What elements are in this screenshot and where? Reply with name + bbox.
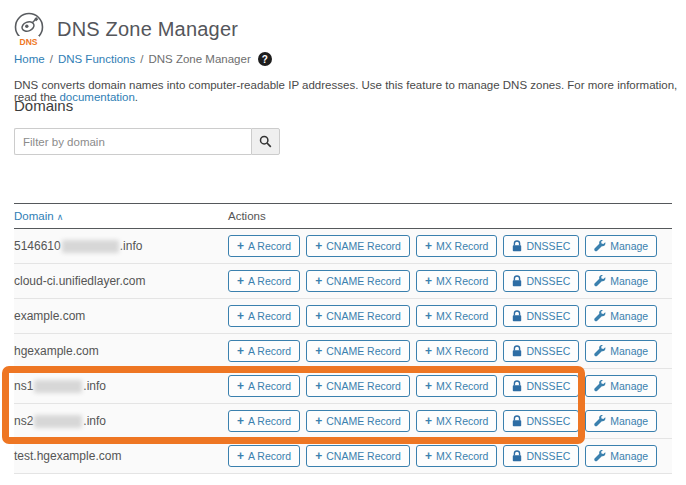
manage-button[interactable]: Manage [585, 270, 657, 292]
manage-button[interactable]: Manage [585, 445, 657, 467]
manage-button[interactable]: Manage [585, 305, 657, 327]
plus-icon: + [425, 415, 432, 427]
cname-record-button[interactable]: +CNAME Record [306, 445, 410, 467]
a-record-button[interactable]: +A Record [228, 270, 300, 292]
sort-by-domain-link[interactable]: Domain∧ [14, 210, 63, 222]
plus-icon: + [237, 310, 244, 322]
domain-prefix: 5146610 [14, 239, 61, 253]
domains-table: Domain∧ Actions 5146610.info +A Record+C… [14, 203, 672, 474]
a-record-button[interactable]: +A Record [228, 340, 300, 362]
dnssec-button[interactable]: DNSSEC [503, 340, 579, 362]
cname-record-button[interactable]: +CNAME Record [306, 340, 410, 362]
row-actions: +A Record+CNAME Record+MX RecordDNSSECMa… [228, 235, 672, 257]
domain-prefix: example.com [14, 309, 85, 323]
domains-heading: Domains [14, 97, 73, 114]
domain-name: 5146610.info [14, 239, 228, 253]
mx-record-button[interactable]: +MX Record [416, 445, 498, 467]
mx-record-button[interactable]: +MX Record [416, 375, 498, 397]
wrench-icon [594, 415, 606, 427]
dnssec-button[interactable]: DNSSEC [503, 445, 579, 467]
plus-icon: + [425, 275, 432, 287]
dnssec-button[interactable]: DNSSEC [503, 235, 579, 257]
domain-prefix: ns1 [14, 379, 33, 393]
mx-record-button[interactable]: +MX Record [416, 270, 498, 292]
breadcrumb-home-link[interactable]: Home [14, 53, 45, 65]
plus-icon: + [237, 450, 244, 462]
dnssec-button[interactable]: DNSSEC [503, 270, 579, 292]
plus-icon: + [237, 345, 244, 357]
plus-icon: + [237, 240, 244, 252]
plus-icon: + [425, 345, 432, 357]
table-row: hgexample.com +A Record+CNAME Record+MX … [14, 334, 672, 369]
table-header-row: Domain∧ Actions [14, 203, 672, 229]
a-record-button[interactable]: +A Record [228, 445, 300, 467]
table-row: ns2.info +A Record+CNAME Record+MX Recor… [14, 404, 672, 439]
breadcrumb-dns-functions-link[interactable]: DNS Functions [58, 53, 135, 65]
wrench-icon [594, 380, 606, 392]
domain-name: hgexample.com [14, 344, 228, 358]
plus-icon: + [315, 345, 322, 357]
cname-record-button[interactable]: +CNAME Record [306, 375, 410, 397]
plus-icon: + [425, 380, 432, 392]
domain-prefix: test.hgexample.com [14, 449, 121, 463]
table-row: ns1.info +A Record+CNAME Record+MX Recor… [14, 369, 672, 404]
domain-name: ns1.info [14, 379, 228, 393]
filter-input[interactable] [14, 128, 251, 155]
wrench-icon [594, 310, 606, 322]
lock-icon [512, 380, 522, 392]
breadcrumb: Home / DNS Functions / DNS Zone Manager … [14, 52, 272, 66]
cname-record-button[interactable]: +CNAME Record [306, 410, 410, 432]
cname-record-button[interactable]: +CNAME Record [306, 235, 410, 257]
table-row: example.com +A Record+CNAME Record+MX Re… [14, 299, 672, 334]
page-header: DNS DNS Zone Manager [10, 9, 238, 49]
row-actions: +A Record+CNAME Record+MX RecordDNSSECMa… [228, 375, 672, 397]
redacted-text [34, 415, 82, 428]
wrench-icon [594, 275, 606, 287]
dns-app-icon: DNS [10, 9, 48, 49]
dnssec-button[interactable]: DNSSEC [503, 305, 579, 327]
domain-suffix: .info [83, 379, 106, 393]
dnssec-button[interactable]: DNSSEC [503, 375, 579, 397]
breadcrumb-separator: / [50, 53, 53, 65]
a-record-button[interactable]: +A Record [228, 410, 300, 432]
redacted-text [34, 380, 82, 393]
manage-button[interactable]: Manage [585, 375, 657, 397]
manage-button[interactable]: Manage [585, 410, 657, 432]
wrench-icon [594, 345, 606, 357]
description-text-end: . [135, 91, 138, 103]
row-actions: +A Record+CNAME Record+MX RecordDNSSECMa… [228, 340, 672, 362]
manage-button[interactable]: Manage [585, 340, 657, 362]
help-icon[interactable]: ? [258, 52, 272, 66]
a-record-button[interactable]: +A Record [228, 375, 300, 397]
breadcrumb-separator: / [140, 53, 143, 65]
table-row: 5146610.info +A Record+CNAME Record+MX R… [14, 229, 672, 264]
mx-record-button[interactable]: +MX Record [416, 235, 498, 257]
row-actions: +A Record+CNAME Record+MX RecordDNSSECMa… [228, 445, 672, 467]
cname-record-button[interactable]: +CNAME Record [306, 305, 410, 327]
mx-record-button[interactable]: +MX Record [416, 340, 498, 362]
lock-icon [512, 240, 522, 252]
filter-search-button[interactable] [251, 128, 280, 155]
plus-icon: + [237, 380, 244, 392]
a-record-button[interactable]: +A Record [228, 305, 300, 327]
plus-icon: + [425, 240, 432, 252]
domain-filter [14, 128, 280, 155]
manage-button[interactable]: Manage [585, 235, 657, 257]
search-icon [259, 135, 272, 148]
table-row: cloud-ci.unifiedlayer.com +A Record+CNAM… [14, 264, 672, 299]
domain-prefix: hgexample.com [14, 344, 99, 358]
mx-record-button[interactable]: +MX Record [416, 305, 498, 327]
lock-icon [512, 310, 522, 322]
dns-zone-manager-page: DNS DNS Zone Manager Home / DNS Function… [0, 0, 686, 485]
lock-icon [512, 275, 522, 287]
page-description: DNS converts domain names into computer-… [14, 79, 678, 103]
domain-prefix: cloud-ci.unifiedlayer.com [14, 274, 145, 288]
dnssec-button[interactable]: DNSSEC [503, 410, 579, 432]
cname-record-button[interactable]: +CNAME Record [306, 270, 410, 292]
plus-icon: + [425, 310, 432, 322]
a-record-button[interactable]: +A Record [228, 235, 300, 257]
row-actions: +A Record+CNAME Record+MX RecordDNSSECMa… [228, 305, 672, 327]
redacted-text [62, 240, 119, 253]
mx-record-button[interactable]: +MX Record [416, 410, 498, 432]
sort-ascending-icon: ∧ [57, 212, 64, 222]
